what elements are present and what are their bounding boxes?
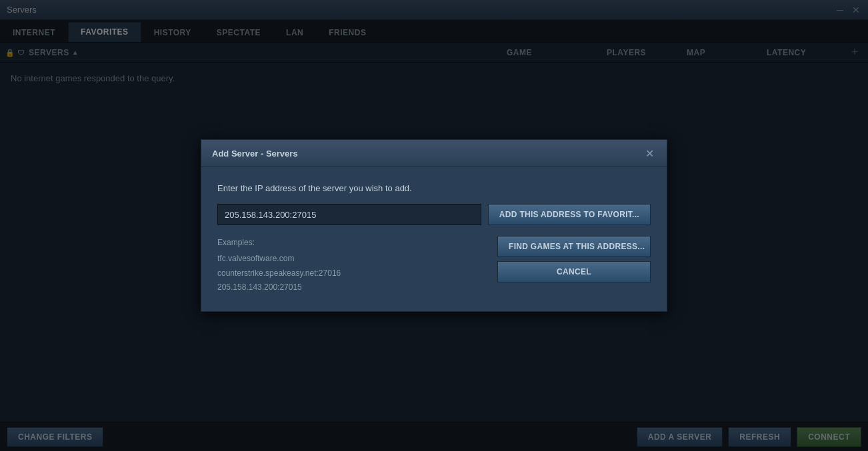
examples-label: Examples:	[217, 236, 491, 250]
add-to-favorites-button[interactable]: ADD THIS ADDRESS TO FAVORIT...	[488, 204, 651, 225]
example-3: 205.158.143.200:27015	[217, 280, 491, 295]
cancel-button[interactable]: CANCEL	[497, 261, 651, 282]
ip-address-input[interactable]	[217, 204, 481, 225]
dialog-buttons: FIND GAMES AT THIS ADDRESS... CANCEL	[497, 236, 651, 282]
dialog-overlay: Add Server - Servers ✕ Enter the IP addr…	[0, 0, 868, 451]
add-server-dialog: Add Server - Servers ✕ Enter the IP addr…	[201, 139, 667, 311]
find-games-button[interactable]: FIND GAMES AT THIS ADDRESS...	[497, 236, 651, 257]
dialog-body: Enter the IP address of the server you w…	[201, 167, 667, 310]
example-2: counterstrike.speakeasy.net:27016	[217, 266, 491, 281]
dialog-examples: Examples: tfc.valvesoftware.com counters…	[217, 236, 491, 294]
dialog-examples-row: Examples: tfc.valvesoftware.com counters…	[217, 236, 651, 294]
dialog-header: Add Server - Servers ✕	[201, 140, 667, 167]
dialog-close-button[interactable]: ✕	[643, 147, 656, 160]
dialog-input-row: ADD THIS ADDRESS TO FAVORIT...	[217, 204, 651, 225]
dialog-instruction: Enter the IP address of the server you w…	[217, 183, 651, 193]
dialog-title: Add Server - Servers	[212, 149, 298, 159]
example-1: tfc.valvesoftware.com	[217, 252, 491, 266]
